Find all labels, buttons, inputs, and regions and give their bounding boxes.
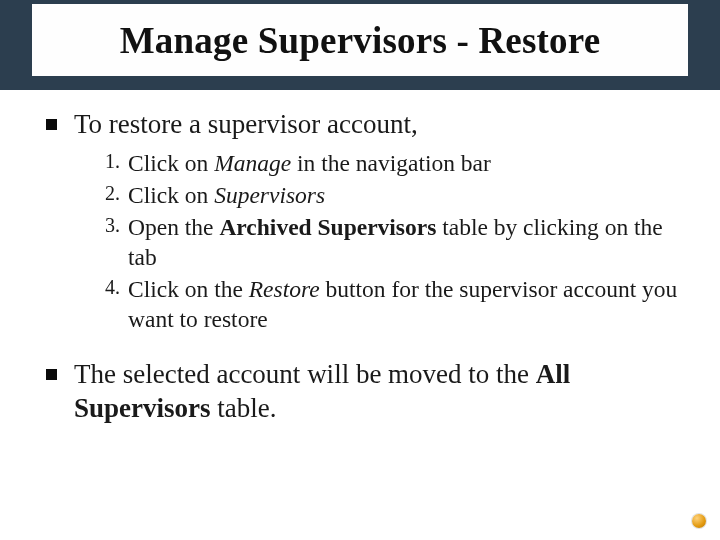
- step-text: Click on the: [128, 276, 249, 302]
- step-em: Manage: [214, 150, 291, 176]
- step-2: Click on Supervisors: [94, 180, 680, 210]
- bullet-outro: The selected account will be moved to th…: [40, 358, 680, 426]
- slide-body: To restore a supervisor account, Click o…: [0, 90, 720, 426]
- step-text: Click on: [128, 182, 214, 208]
- steps-list: Click on Manage in the navigation bar Cl…: [40, 148, 680, 334]
- step-3: Open the Archived Supervisors table by c…: [94, 212, 680, 272]
- title-band: Manage Supervisors - Restore: [0, 0, 720, 90]
- step-em: Restore: [249, 276, 320, 302]
- step-text: Click on: [128, 150, 214, 176]
- step-text: in the navigation bar: [291, 150, 491, 176]
- step-1: Click on Manage in the navigation bar: [94, 148, 680, 178]
- step-em: Supervisors: [214, 182, 325, 208]
- help-icon[interactable]: [692, 514, 706, 528]
- slide-title: Manage Supervisors - Restore: [32, 4, 688, 76]
- outro-text: table.: [211, 393, 277, 423]
- step-text: Open the: [128, 214, 219, 240]
- bullet-intro: To restore a supervisor account,: [40, 108, 680, 142]
- step-bold: Archived Supervisors: [219, 214, 436, 240]
- step-4: Click on the Restore button for the supe…: [94, 274, 680, 334]
- outro-text: The selected account will be moved to th…: [74, 359, 536, 389]
